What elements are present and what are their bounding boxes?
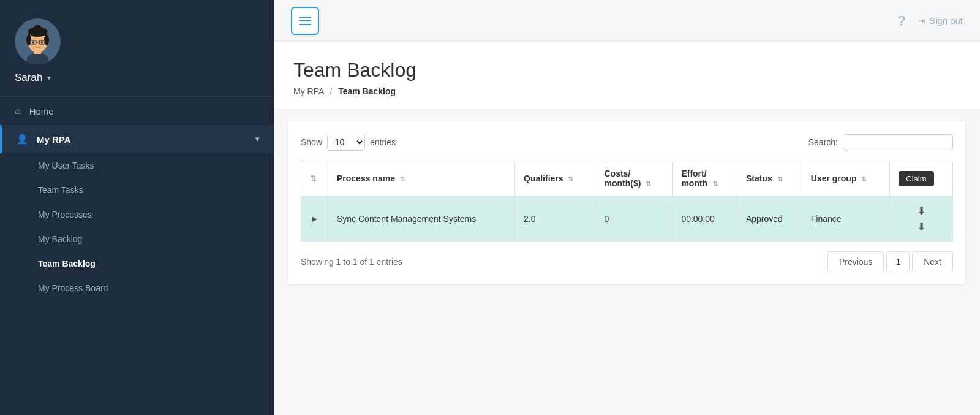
col-claim: Claim <box>890 161 953 197</box>
pagination: Previous 1 Next <box>827 251 953 272</box>
breadcrumb: My RPA / Team Backlog <box>293 86 960 96</box>
sidebar-sub-label: My User Tasks <box>38 161 94 170</box>
sidebar-item-home[interactable]: ⌂ Home <box>0 97 274 125</box>
col-qualifiers[interactable]: Qualifiers ⇅ <box>515 161 595 197</box>
topbar: ? ⇥ Sign out <box>274 0 980 42</box>
sidebar-item-my-rpa[interactable]: 👤 My RPA ▾ <box>0 125 274 153</box>
main-content: ? ⇥ Sign out Team Backlog My RPA / Team … <box>274 0 980 415</box>
table-header: ⇅ Process name ⇅ Qualifiers ⇅ Costs/mont… <box>301 161 953 197</box>
data-table: ⇅ Process name ⇅ Qualifiers ⇅ Costs/mont… <box>301 161 953 242</box>
row-effort-month: 00:00:00 <box>673 196 737 242</box>
sort-costs-icon: ⇅ <box>646 180 651 188</box>
col-process-name[interactable]: Process name ⇅ <box>328 161 515 197</box>
row-qualifiers: 2.0 <box>515 196 595 242</box>
previous-button[interactable]: Previous <box>827 251 884 272</box>
hamburger-line-1 <box>299 17 311 18</box>
sort-effort-icon: ⇅ <box>712 180 718 188</box>
user-name: Sarah <box>15 72 42 84</box>
breadcrumb-separator: / <box>330 86 332 96</box>
sort-qualifiers-icon: ⇅ <box>568 175 573 183</box>
table-body: ▶ Sync Content Management Systems 2.0 0 … <box>301 196 953 242</box>
show-entries-control: Show 10 25 50 100 entries <box>301 134 396 151</box>
sidebar-sub-label: My Process Board <box>38 283 108 293</box>
section-chevron-icon: ▾ <box>255 135 259 143</box>
topbar-right: ? ⇥ Sign out <box>898 13 963 29</box>
page-content: Team Backlog My RPA / Team Backlog Show … <box>274 42 980 415</box>
page-title: Team Backlog <box>293 59 960 82</box>
row-expand[interactable]: ▶ <box>301 196 328 242</box>
row-actions: ⬇ ⬇ <box>890 196 953 242</box>
col-user-group[interactable]: User group ⇅ <box>802 161 890 197</box>
current-page: 1 <box>886 251 910 272</box>
help-icon[interactable]: ? <box>898 13 905 29</box>
hamburger-line-2 <box>299 20 311 21</box>
home-icon: ⌂ <box>15 105 21 116</box>
sidebar-sub-label: Team Backlog <box>38 259 96 268</box>
row-user-group: Finance <box>802 196 890 242</box>
sidebar-item-my-backlog[interactable]: My Backlog <box>0 227 274 251</box>
page-header: Team Backlog My RPA / Team Backlog <box>274 42 980 109</box>
sidebar-profile: Sarah ▾ <box>0 0 274 96</box>
user-name-row[interactable]: Sarah ▾ <box>15 72 51 84</box>
col-costs-month[interactable]: Costs/month($) ⇅ <box>595 161 673 197</box>
table-row: ▶ Sync Content Management Systems 2.0 0 … <box>301 196 953 242</box>
user-dropdown-icon: ▾ <box>47 74 51 82</box>
claim-tooltip: Claim <box>899 171 933 186</box>
claim-action-icon-1[interactable]: ⬇ <box>917 204 926 218</box>
sidebar-sub-label: My Processes <box>38 210 92 219</box>
search-control: Search: <box>809 134 953 150</box>
sidebar-item-my-process-board[interactable]: My Process Board <box>0 276 274 300</box>
svg-point-11 <box>32 41 35 44</box>
sign-out-button[interactable]: ⇥ Sign out <box>918 15 963 26</box>
sidebar-item-my-processes[interactable]: My Processes <box>0 202 274 227</box>
avatar <box>15 18 61 64</box>
sidebar-section-label: My RPA <box>37 134 71 145</box>
sidebar-item-team-tasks[interactable]: Team Tasks <box>0 178 274 202</box>
sidebar-sub-label: My Backlog <box>38 234 82 244</box>
sidebar: Sarah ▾ ⌂ Home 👤 My RPA ▾ My User Tasks … <box>0 0 274 415</box>
table-container: Show 10 25 50 100 entries Search: <box>288 121 965 284</box>
action-icons-container: ⬇ ⬇ <box>899 204 944 234</box>
sidebar-item-team-backlog[interactable]: Team Backlog <box>0 251 274 276</box>
search-input[interactable] <box>843 134 953 150</box>
sort-status-icon: ⇅ <box>777 175 783 183</box>
col-status[interactable]: Status ⇅ <box>737 161 802 197</box>
col-effort-month[interactable]: Effort/month ⇅ <box>673 161 737 197</box>
sign-out-label: Sign out <box>929 15 963 26</box>
sort-icon: ⇅ <box>310 174 317 183</box>
sidebar-sub-label: Team Tasks <box>38 185 83 195</box>
sort-process-name-icon: ⇅ <box>400 175 405 183</box>
row-process-name: Sync Content Management Systems <box>328 196 515 242</box>
table-footer: Showing 1 to 1 of 1 entries Previous 1 N… <box>301 251 953 272</box>
sort-user-group-icon: ⇅ <box>861 175 867 183</box>
breadcrumb-current: Team Backlog <box>338 86 396 96</box>
search-label: Search: <box>809 137 838 147</box>
sidebar-item-my-user-tasks[interactable]: My User Tasks <box>0 153 274 178</box>
col-expand: ⇅ <box>301 161 328 197</box>
showing-text: Showing 1 to 1 of 1 entries <box>301 257 402 267</box>
next-button[interactable]: Next <box>912 251 953 272</box>
menu-toggle-button[interactable] <box>291 7 319 35</box>
svg-point-12 <box>41 41 43 44</box>
entries-select[interactable]: 10 25 50 100 <box>327 134 365 151</box>
sidebar-item-home-label: Home <box>29 106 54 116</box>
row-costs-month: 0 <box>595 196 673 242</box>
svg-point-5 <box>34 25 42 32</box>
table-controls: Show 10 25 50 100 entries Search: <box>301 134 953 151</box>
breadcrumb-root[interactable]: My RPA <box>293 86 324 96</box>
person-icon: 👤 <box>17 134 28 145</box>
entries-label: entries <box>370 137 396 147</box>
sign-out-arrow-icon: ⇥ <box>918 15 925 26</box>
claim-action-icon-2[interactable]: ⬇ <box>917 220 926 234</box>
hamburger-line-3 <box>299 24 311 25</box>
row-status: Approved <box>737 196 802 242</box>
show-label: Show <box>301 137 322 147</box>
